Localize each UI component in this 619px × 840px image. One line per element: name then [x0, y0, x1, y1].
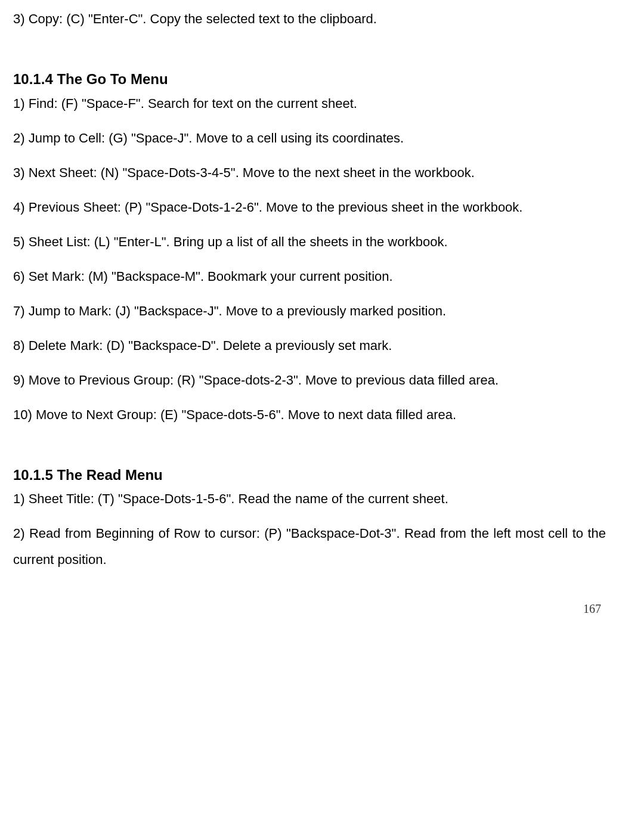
- list-item: 3) Next Sheet: (N) "Space-Dots-3-4-5". M…: [13, 160, 606, 186]
- list-item: 7) Jump to Mark: (J) "Backspace-J". Move…: [13, 298, 606, 324]
- list-item: 2) Jump to Cell: (G) "Space-J". Move to …: [13, 125, 606, 151]
- intro-item: 3) Copy: (C) "Enter-C". Copy the selecte…: [13, 6, 606, 32]
- section-heading: 10.1.4 The Go To Menu: [13, 69, 606, 89]
- list-item: 8) Delete Mark: (D) "Backspace-D". Delet…: [13, 333, 606, 359]
- page-number: 167: [13, 597, 606, 621]
- list-item: 1) Sheet Title: (T) "Space-Dots-1-5-6". …: [13, 486, 606, 512]
- list-item: 6) Set Mark: (M) "Backspace-M". Bookmark…: [13, 264, 606, 290]
- list-item: 2) Read from Beginning of Row to cursor:…: [13, 520, 606, 573]
- list-item: 10) Move to Next Group: (E) "Space-dots-…: [13, 402, 606, 428]
- list-item: 4) Previous Sheet: (P) "Space-Dots-1-2-6…: [13, 194, 606, 221]
- list-item: 5) Sheet List: (L) "Enter-L". Bring up a…: [13, 229, 606, 255]
- section-heading: 10.1.5 The Read Menu: [13, 465, 606, 485]
- list-item: 9) Move to Previous Group: (R) "Space-do…: [13, 367, 606, 393]
- list-item: 1) Find: (F) "Space-F". Search for text …: [13, 91, 606, 117]
